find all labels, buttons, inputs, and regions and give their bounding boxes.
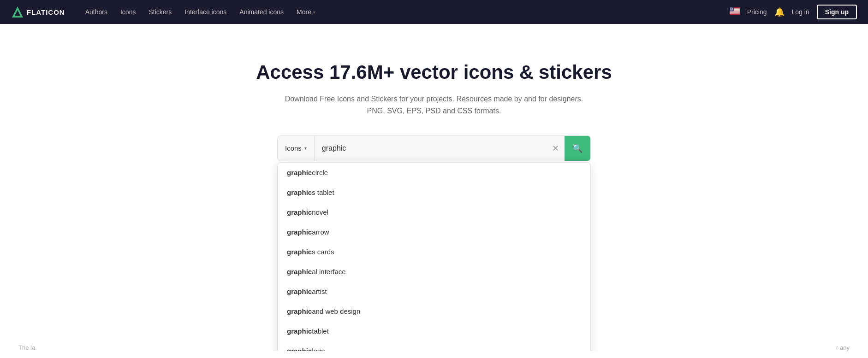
language-selector[interactable] <box>730 7 740 17</box>
svg-point-10 <box>730 8 731 8</box>
nav-authors-label: Authors <box>85 8 107 16</box>
nav-interface-icons-label: Interface icons <box>184 8 226 16</box>
nav-icons[interactable]: Icons <box>115 6 141 18</box>
search-input[interactable] <box>315 144 547 153</box>
pricing-link[interactable]: Pricing <box>747 8 767 16</box>
nav-animated-icons-label: Animated icons <box>239 8 284 16</box>
search-container: Icons ▾ ✕ 🔍 graphic circle graphics tabl… <box>277 135 591 161</box>
svg-point-25 <box>731 9 731 10</box>
nav-stickers-label: Stickers <box>149 8 172 16</box>
svg-point-34 <box>731 11 731 11</box>
svg-point-30 <box>731 10 732 10</box>
suggestion-item[interactable]: graphic and web design <box>278 301 590 321</box>
suggestion-bold: graphic <box>287 228 312 236</box>
search-type-selector[interactable]: Icons ▾ <box>278 136 315 161</box>
nav-icons-label: Icons <box>120 8 136 16</box>
svg-point-17 <box>731 8 732 9</box>
nav-animated-icons[interactable]: Animated icons <box>234 6 289 18</box>
suggestion-normal: arrow <box>312 228 329 236</box>
nav-more[interactable]: More ▾ <box>291 6 321 18</box>
svg-point-35 <box>731 11 732 11</box>
hero-subtitle: Download Free Icons and Stickers for you… <box>285 93 583 117</box>
nav-stickers[interactable]: Stickers <box>143 6 177 18</box>
svg-point-12 <box>731 8 732 8</box>
suggestion-normal: circle <box>312 169 328 176</box>
suggestion-item[interactable]: graphics cards <box>278 242 590 262</box>
suggestion-bold: graphic <box>287 347 312 351</box>
search-type-chevron-icon: ▾ <box>304 146 307 151</box>
svg-point-29 <box>731 10 731 10</box>
suggestion-bold: graphic <box>287 169 312 176</box>
svg-point-24 <box>730 9 731 10</box>
notification-bell-icon[interactable]: 🔔 <box>774 7 785 17</box>
logo-text: FLATICON <box>27 8 65 16</box>
svg-point-33 <box>730 11 731 11</box>
us-flag-icon <box>730 7 740 15</box>
search-bar: Icons ▾ ✕ 🔍 <box>277 135 591 161</box>
suggestion-normal: s tablet <box>312 188 334 196</box>
hero-title: Access 17.6M+ vector icons & stickers <box>256 61 612 84</box>
suggestion-bold: graphic <box>287 188 312 196</box>
hero-subtitle-line1: Download Free Icons and Stickers for you… <box>285 95 583 103</box>
login-link[interactable]: Log in <box>792 8 809 16</box>
suggestion-item[interactable]: graphics tablet <box>278 182 590 202</box>
nav-authors[interactable]: Authors <box>80 6 113 18</box>
main-content: Access 17.6M+ vector icons & stickers Do… <box>0 24 868 351</box>
clear-search-button[interactable]: ✕ <box>547 143 565 153</box>
svg-point-15 <box>730 8 731 9</box>
svg-point-13 <box>732 8 732 8</box>
signup-button[interactable]: Sign up <box>817 5 857 19</box>
suggestion-item[interactable]: graphic logo <box>278 341 590 351</box>
svg-rect-6 <box>730 12 740 12</box>
suggestion-item[interactable]: graphic novel <box>278 202 590 222</box>
suggestion-normal: logo <box>312 347 325 351</box>
search-type-label: Icons <box>285 144 302 152</box>
chevron-down-icon: ▾ <box>313 10 315 15</box>
nav-more-label: More <box>297 8 311 16</box>
suggestion-normal: al interface <box>312 268 345 276</box>
search-button[interactable]: 🔍 <box>565 136 590 161</box>
svg-point-11 <box>731 8 731 8</box>
navbar: FLATICON Authors Icons Stickers Interfac… <box>0 0 868 24</box>
suggestion-bold: graphic <box>287 307 312 315</box>
svg-point-21 <box>731 9 732 9</box>
svg-point-23 <box>733 9 733 9</box>
nav-interface-icons[interactable]: Interface icons <box>179 6 232 18</box>
svg-rect-7 <box>730 12 740 13</box>
suggestion-item[interactable]: graphical interface <box>278 262 590 282</box>
suggestion-item[interactable]: graphic circle <box>278 163 590 182</box>
bottom-right-text: r any <box>836 344 850 351</box>
suggestion-normal: novel <box>312 208 328 216</box>
flaticon-logo-icon <box>11 6 24 18</box>
svg-point-18 <box>732 8 733 9</box>
suggestion-normal: s cards <box>312 248 334 256</box>
svg-point-31 <box>732 10 732 10</box>
svg-point-36 <box>732 11 733 11</box>
suggestion-bold: graphic <box>287 288 312 295</box>
navbar-links: Authors Icons Stickers Interface icons A… <box>80 6 730 18</box>
suggestion-item[interactable]: graphic arrow <box>278 222 590 242</box>
svg-point-16 <box>731 8 731 9</box>
svg-point-32 <box>733 10 733 10</box>
suggestion-item[interactable]: graphic artist <box>278 282 590 301</box>
suggestion-bold: graphic <box>287 327 312 335</box>
suggestion-bold: graphic <box>287 248 312 256</box>
suggestion-item[interactable]: graphic tablet <box>278 321 590 341</box>
svg-point-19 <box>730 9 731 9</box>
suggestion-bold: graphic <box>287 268 312 276</box>
suggestions-dropdown: graphic circle graphics tablet graphic n… <box>277 162 591 351</box>
svg-point-26 <box>731 9 732 10</box>
svg-point-22 <box>732 9 732 9</box>
hero-subtitle-line2: PNG, SVG, EPS, PSD and CSS formats. <box>367 107 501 115</box>
logo[interactable]: FLATICON <box>11 6 65 18</box>
svg-point-20 <box>731 9 731 9</box>
suggestion-normal: and web design <box>312 307 360 315</box>
svg-rect-8 <box>730 14 740 14</box>
navbar-right: Pricing 🔔 Log in Sign up <box>730 5 857 19</box>
search-icon: 🔍 <box>572 143 583 153</box>
suggestion-normal: tablet <box>312 327 329 335</box>
bottom-left-text: The la <box>18 344 35 351</box>
svg-point-27 <box>732 9 733 10</box>
svg-point-14 <box>733 8 733 8</box>
suggestion-bold: graphic <box>287 208 312 216</box>
